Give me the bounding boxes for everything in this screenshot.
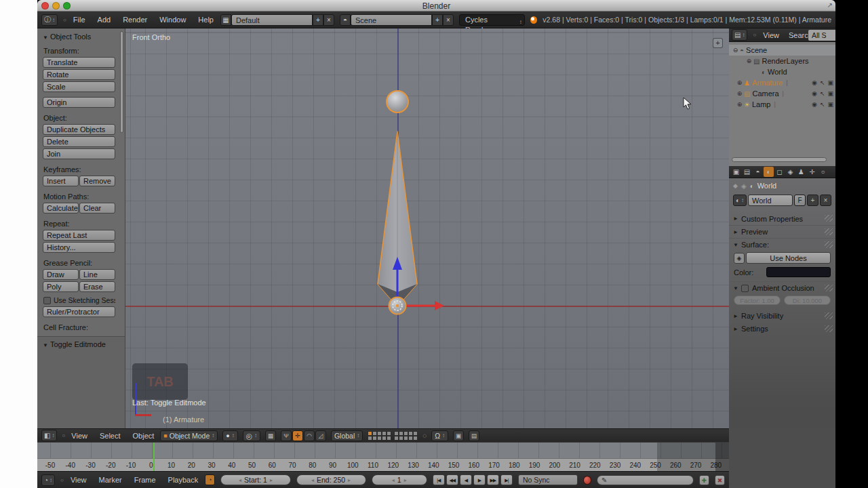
world-name-field[interactable]: World <box>748 195 793 206</box>
layout-grid-icon[interactable]: ▦ <box>220 14 231 26</box>
translate-manipulator-button[interactable]: ✛ <box>292 430 303 441</box>
expander-icon[interactable]: ⊕ <box>745 58 753 64</box>
translate-button[interactable]: Translate <box>43 57 115 68</box>
collapse-menus-icon[interactable]: ○ <box>62 432 65 439</box>
menu-item[interactable]: View <box>70 432 89 440</box>
menu-item[interactable]: Add <box>96 16 113 24</box>
world-color-swatch[interactable] <box>766 267 831 277</box>
outliner-row[interactable]: ⊕ ▤ RenderLayers <box>729 56 835 66</box>
item-label[interactable]: Scene <box>746 46 767 54</box>
unlink-world-button[interactable]: × <box>820 195 831 206</box>
expander-icon[interactable]: ⊕ <box>736 79 743 86</box>
properties-tab[interactable]: ▤ <box>742 167 752 177</box>
grease-draw-button[interactable]: Draw <box>43 269 79 280</box>
properties-tab[interactable]: ◐ <box>764 167 774 177</box>
join-button[interactable]: Join <box>43 148 115 159</box>
outliner-row[interactable]: ◐ World <box>729 66 835 77</box>
pointer-icon[interactable]: ↖ <box>820 90 825 97</box>
playback-button[interactable]: ◀◀ <box>446 474 458 485</box>
display-filter-dropdown[interactable]: All S <box>808 30 835 41</box>
add-scene-button[interactable]: + <box>432 14 443 26</box>
render-opengl-button[interactable]: ▣ <box>453 430 464 441</box>
playback-button[interactable]: |◀ <box>433 474 445 485</box>
item-label[interactable]: RenderLayers <box>762 57 808 65</box>
render-restrict-icon[interactable]: ▣ <box>827 79 833 86</box>
fullscreen-icon[interactable]: ↗ <box>827 1 833 9</box>
rotate-button[interactable]: Rotate <box>43 69 115 80</box>
properties-tab[interactable]: ◓ <box>753 167 763 177</box>
expander-icon[interactable]: ⊕ <box>736 101 743 108</box>
delete-layout-button[interactable]: × <box>323 14 334 26</box>
preview-range-button[interactable]: ◔ <box>205 474 215 485</box>
render-restrict-icon[interactable]: ▣ <box>827 101 833 108</box>
outliner-scrollbar[interactable] <box>732 157 827 162</box>
scene-dropdown-icon[interactable]: ◓ <box>340 14 351 26</box>
object-tools-panel-header[interactable]: ▼Object Tools <box>43 33 115 41</box>
menu-item[interactable]: Window <box>158 16 187 24</box>
properties-tab[interactable]: ♟ <box>796 167 806 177</box>
operator-panel-header[interactable]: ▼Toggle Editmode <box>43 340 125 348</box>
menu-item[interactable]: Select <box>98 432 122 440</box>
pointer-icon[interactable]: ↖ <box>820 79 825 86</box>
ruler-protractor-button[interactable]: Ruler/Protractor <box>43 306 115 317</box>
item-label[interactable]: World <box>768 68 787 76</box>
properties-tab[interactable]: ▣ <box>731 167 741 177</box>
item-label[interactable]: Armature <box>752 79 783 87</box>
expander-icon[interactable]: ⊕ <box>736 90 743 97</box>
outliner-row[interactable]: ⊕ ☀ Lamp | ◉ ↖ ▣ <box>729 99 835 110</box>
frame-end-field[interactable]: ◂End: 250▸ <box>296 474 366 485</box>
origin-button[interactable]: Origin <box>43 97 115 108</box>
playback-button[interactable]: ◀ <box>460 474 472 485</box>
render-opengl-anim-button[interactable]: ▤ <box>469 430 479 441</box>
current-frame-field[interactable]: ◂1▸ <box>372 474 427 485</box>
menu-item[interactable]: Render <box>121 16 149 24</box>
insert-keyframe-icon[interactable]: ✚ <box>699 475 709 485</box>
editor-type-button[interactable]: ⓘ↕ <box>41 14 58 26</box>
keying-set-field[interactable]: ✎ <box>597 475 694 485</box>
preview-panel[interactable]: ►Preview <box>729 225 835 238</box>
tool-shelf-scrollbar[interactable] <box>120 31 123 133</box>
rotate-manipulator-button[interactable]: ◠ <box>304 430 315 441</box>
armature-object[interactable] <box>349 89 485 354</box>
playback-button[interactable]: ▶ <box>473 474 486 485</box>
orientation-dropdown[interactable]: Global↕ <box>331 430 363 441</box>
item-label[interactable]: Camera <box>752 89 778 98</box>
playback-button[interactable]: ▶▶ <box>487 474 499 485</box>
collapse-menus-icon[interactable]: ○ <box>60 477 64 483</box>
manipulator-toggle-button[interactable]: Ψ <box>281 430 292 441</box>
ambient-occlusion-panel[interactable]: ▼Ambient Occlusion <box>729 281 835 294</box>
outliner-row[interactable]: ⊖ ◓ Scene <box>729 45 835 56</box>
fake-user-button[interactable]: F <box>794 195 806 206</box>
history-button[interactable]: History... <box>43 242 115 253</box>
expander-icon[interactable]: ⊖ <box>732 47 739 54</box>
properties-tab[interactable]: ◈ <box>785 167 795 177</box>
grease-line-button[interactable]: Line <box>79 269 115 280</box>
record-button[interactable] <box>583 476 591 485</box>
ao-factor-slider[interactable]: Factor: 1.00 <box>734 296 781 305</box>
eye-icon[interactable]: ◉ <box>812 101 817 108</box>
scale-manipulator-button[interactable]: ◿ <box>315 430 326 441</box>
sketching-sessions-checkbox[interactable]: Use Sketching Sessi <box>43 296 115 304</box>
sync-dropdown[interactable]: No Sync↕ <box>518 474 578 485</box>
add-layout-button[interactable]: + <box>313 14 323 26</box>
collapse-menus-icon[interactable]: ○ <box>753 32 756 38</box>
editor-type-button[interactable]: ◧↕ <box>41 430 57 441</box>
calculate-paths-button[interactable]: Calculate <box>43 203 79 214</box>
collapse-menus-icon[interactable]: ○ <box>63 17 66 23</box>
outliner-row[interactable]: ⊕ ♟ Armature | ◉ ↖ ▣ <box>729 77 835 88</box>
insert-keyframe-button[interactable]: Insert <box>43 176 79 186</box>
ao-distance-slider[interactable]: Di: 10.000 <box>784 296 831 305</box>
world-browse-dropdown[interactable]: ◐↕ <box>733 195 747 206</box>
shading-dropdown[interactable]: ●↕ <box>222 430 237 441</box>
current-frame-marker[interactable] <box>153 443 155 471</box>
delete-scene-button[interactable]: × <box>443 14 454 26</box>
pin-icon[interactable]: ◆ <box>733 182 738 189</box>
use-nodes-button[interactable]: Use Nodes <box>746 252 831 264</box>
properties-tab[interactable]: ✛ <box>807 167 817 177</box>
layer-buttons[interactable] <box>368 431 418 441</box>
properties-tab[interactable]: ○ <box>818 167 828 177</box>
mode-dropdown[interactable]: ■Object Mode↕ <box>160 430 218 441</box>
lock-icon[interactable]: ◌ <box>422 432 427 439</box>
nodes-icon[interactable]: ◈ <box>741 182 747 190</box>
viewport-3d[interactable]: Front Ortho + TAB Last: Toggle Editmode … <box>125 28 729 428</box>
